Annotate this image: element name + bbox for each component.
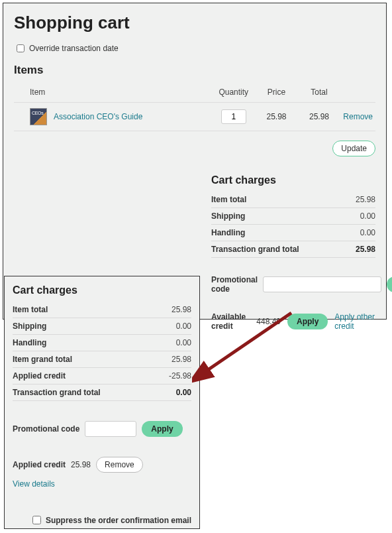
table-row: Association CEO's Guide 25.98 25.98 Remo… (14, 103, 375, 131)
promo-input[interactable] (263, 276, 381, 292)
applied-credit-label: Applied credit (13, 460, 66, 469)
items-table: Item Quantity Price Total Association CE… (14, 84, 375, 131)
charges-heading: Cart charges (211, 174, 375, 186)
col-qty: Quantity (212, 84, 255, 103)
remove-link[interactable]: Remove (343, 112, 373, 121)
product-thumbnail (30, 108, 47, 125)
product-link[interactable]: Association CEO's Guide (54, 112, 142, 121)
page-title: Shopping cart (14, 13, 375, 33)
update-button[interactable]: Update (332, 141, 375, 156)
col-price: Price (255, 84, 298, 103)
shopping-cart-panel: Shopping cart Override transaction date … (3, 3, 387, 320)
promo-label-2: Promotional code (13, 424, 79, 434)
col-item: Item (14, 84, 212, 103)
available-credit-label: Available credit (211, 312, 250, 331)
quantity-input[interactable] (221, 109, 246, 124)
available-credit-value: 448.49 (256, 317, 281, 326)
remove-credit-button[interactable]: Remove (96, 457, 143, 473)
override-date-row[interactable]: Override transaction date (14, 42, 375, 54)
cart-charges-box-2: Cart charges Item total25.98 Shipping0.0… (4, 276, 200, 529)
override-date-checkbox[interactable] (17, 44, 24, 52)
price-cell: 25.98 (255, 103, 298, 131)
apply-other-credit-link[interactable]: Apply other credit (334, 312, 375, 331)
override-date-label: Override transaction date (29, 44, 119, 53)
suppress-email-checkbox[interactable] (32, 516, 41, 524)
total-cell: 25.98 (298, 103, 341, 131)
items-heading: Items (14, 64, 375, 77)
apply-credit-button[interactable]: Apply (287, 314, 328, 329)
apply-promo-button[interactable]: Apply (387, 276, 392, 292)
promo-input-2[interactable] (85, 421, 136, 437)
suppress-email-label: Suppress the order confirmation email (46, 516, 191, 525)
col-total: Total (298, 84, 341, 103)
cart-charges-box-1: Cart charges Item total25.98 Shipping0.0… (211, 174, 375, 331)
view-details-link[interactable]: View details (13, 479, 55, 489)
charges-heading-2: Cart charges (13, 284, 191, 296)
apply-promo-button-2[interactable]: Apply (142, 421, 182, 437)
applied-credit-value: 25.98 (71, 460, 91, 469)
promo-label: Promotional code (211, 275, 258, 294)
